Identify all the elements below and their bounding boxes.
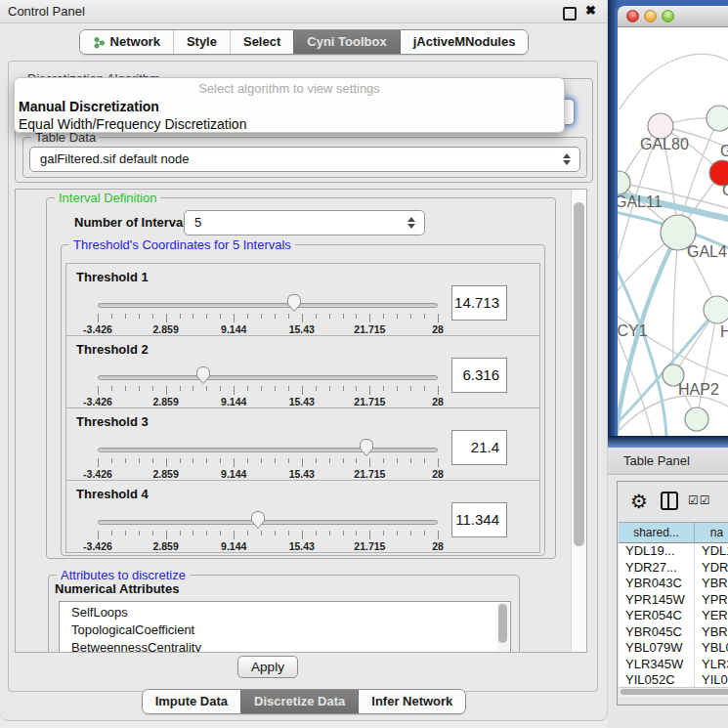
column-header-name[interactable]: na	[695, 523, 728, 543]
algorithm-option-equal-width[interactable]: Equal Width/Frequency Discretization	[15, 115, 564, 133]
table-cell[interactable]: YLR345W	[619, 657, 695, 673]
table-data-combobox[interactable]: galFiltered.sif default node	[29, 147, 580, 172]
table-cell[interactable]: YLR3	[695, 657, 728, 673]
slider-scale-label: 21.715	[354, 468, 385, 480]
slider-tick	[139, 314, 140, 319]
table-cell[interactable]: YBR0	[695, 624, 728, 641]
table-cell[interactable]: YDL1	[695, 543, 728, 560]
panel-scrollbar-thumb[interactable]	[574, 202, 584, 546]
slider-tick	[438, 531, 439, 539]
slider-track[interactable]	[98, 520, 438, 525]
table-row[interactable]: YLR345WYLR3	[619, 657, 728, 673]
slider-thumb[interactable]	[195, 365, 211, 385]
panel-scrollbar[interactable]	[571, 190, 586, 652]
table-cell[interactable]: YER054C	[619, 608, 695, 624]
table-row[interactable]: YBR043CYBR0	[619, 576, 728, 592]
slider-tick	[180, 531, 181, 535]
slider-tick	[139, 458, 140, 463]
slider-thumb[interactable]	[250, 510, 266, 530]
threshold-4-value-field[interactable]: 11.344	[451, 502, 507, 537]
network-node[interactable]	[685, 407, 708, 431]
table-cell[interactable]: YDR2	[695, 560, 728, 577]
threshold-1-value-field[interactable]: 14.713	[451, 285, 507, 321]
slider-track[interactable]	[98, 303, 438, 308]
tab-style[interactable]: Style	[173, 30, 230, 54]
tab-jactivemnodules[interactable]: jActiveMNodules	[400, 30, 529, 54]
table-row[interactable]: YDR27...YDR2	[619, 560, 728, 577]
slider-tick	[98, 314, 99, 322]
table-row[interactable]: YDL19...YDL1	[619, 543, 728, 560]
threshold-3-slider[interactable]: -3.4262.8599.14415.4321.71528	[98, 434, 438, 479]
select-columns-icon[interactable]: ☑☑	[688, 493, 711, 507]
network-node[interactable]	[707, 106, 728, 131]
screen: Control Panel ✖ Network Style	[0, 0, 728, 728]
network-edge[interactable]	[620, 54, 728, 109]
tab-cyni-toolbox[interactable]: Cyni Toolbox	[293, 30, 399, 54]
slider-scale-label: 9.144	[221, 468, 246, 480]
network-node-label: HA	[720, 323, 728, 340]
table-cell[interactable]: YBL079W	[619, 640, 695, 657]
table-hscrollbar[interactable]	[619, 687, 728, 697]
table-cell[interactable]: YPR1	[695, 592, 728, 609]
table-row[interactable]: YBR045CYBR0	[619, 624, 728, 641]
close-traffic-light-icon[interactable]	[626, 10, 639, 22]
minimize-traffic-light-icon[interactable]	[644, 10, 657, 22]
table-row[interactable]: YBL079WYBL0	[619, 640, 728, 657]
tab-select[interactable]: Select	[230, 30, 293, 54]
column-layout-icon[interactable]	[661, 492, 678, 510]
tab-discretize-data[interactable]: Discretize Data	[240, 690, 358, 713]
tab-impute-data[interactable]: Impute Data	[143, 690, 240, 713]
slider-tick	[234, 386, 235, 395]
number-of-intervals-combobox[interactable]: 5	[184, 210, 425, 236]
table-cell[interactable]: YBL0	[695, 640, 728, 657]
table-row[interactable]: YPR145WYPR1	[619, 592, 728, 609]
table-cell[interactable]: YDR27...	[619, 560, 695, 577]
threshold-2-slider[interactable]: -3.4262.8599.14415.4321.71528	[98, 362, 438, 407]
numerical-attributes-list[interactable]: SelfLoopsTopologicalCoefficientBetweenne…	[59, 601, 511, 653]
table-cell[interactable]: YER0	[695, 608, 728, 624]
slider-tick	[193, 531, 193, 535]
tab-infer-network[interactable]: Infer Network	[358, 690, 465, 713]
network-window-titlebar[interactable]	[618, 6, 728, 27]
gear-icon[interactable]: ⚙	[630, 490, 648, 513]
float-window-icon[interactable]	[563, 7, 577, 21]
desktop-background: GAL80GALGAL11GAL4GCY1CHAHAP2	[608, 0, 728, 448]
slider-thumb[interactable]	[286, 293, 302, 313]
table-cell[interactable]: YBR045C	[619, 624, 695, 641]
threshold-1-slider[interactable]: -3.4262.8599.14415.4321.71528	[98, 289, 438, 334]
list-scrollbar[interactable]	[497, 603, 509, 653]
column-header-shared-name[interactable]: shared...	[619, 523, 695, 543]
list-scrollbar-thumb[interactable]	[498, 604, 507, 643]
network-node[interactable]	[704, 296, 728, 323]
slider-track[interactable]	[98, 375, 438, 380]
attribute-item[interactable]: SelfLoops	[71, 604, 510, 621]
slider-thumb[interactable]	[359, 438, 374, 457]
slider-tick	[343, 458, 344, 463]
slider-tick	[111, 458, 112, 463]
algorithm-popup-prompt[interactable]: Select algorithm to view settings	[15, 78, 564, 98]
slider-scale-label: -3.426	[83, 468, 112, 480]
tab-network[interactable]: Network	[80, 30, 173, 54]
table-row[interactable]: YER054CYER0	[619, 608, 728, 624]
zoom-traffic-light-icon[interactable]	[662, 10, 674, 22]
network-node-label: GCY1	[618, 322, 648, 339]
close-icon[interactable]: ✖	[585, 3, 596, 18]
network-canvas[interactable]: GAL80GALGAL11GAL4GCY1CHAHAP2	[618, 27, 728, 436]
threshold-3-value-field[interactable]: 21.4	[451, 430, 507, 465]
apply-button[interactable]: Apply	[237, 656, 298, 678]
attribute-item[interactable]: BetweennessCentrality	[71, 639, 510, 653]
table-cell[interactable]: YDL19...	[619, 543, 695, 560]
algorithm-option-manual[interactable]: Manual Discretization	[15, 98, 564, 115]
network-edge[interactable]	[697, 310, 717, 418]
table-cell[interactable]: YPR145W	[619, 592, 695, 609]
slider-track[interactable]	[98, 448, 438, 452]
attributes-group-title: Attributes to discretize	[57, 568, 190, 582]
network-edge[interactable]	[620, 396, 728, 430]
table-cell[interactable]: YBR043C	[619, 576, 695, 592]
threshold-2-value-field[interactable]: 6.316	[451, 358, 507, 393]
attribute-item[interactable]: TopologicalCoefficient	[71, 621, 510, 639]
table-cell[interactable]: YBR0	[695, 576, 728, 592]
slider-tick	[316, 531, 317, 535]
threshold-4-slider[interactable]: -3.4262.8599.14415.4321.71528	[98, 506, 438, 551]
table-hscrollbar-thumb[interactable]	[621, 689, 728, 695]
